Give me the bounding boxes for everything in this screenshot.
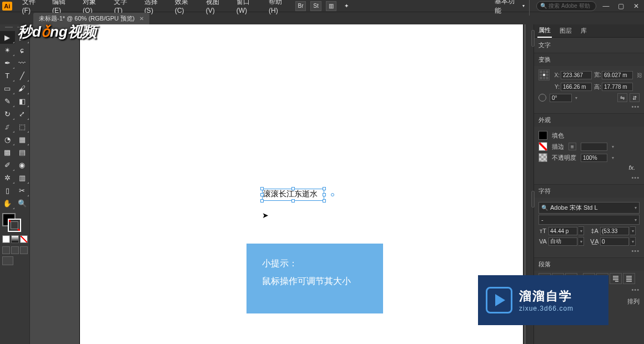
arrange-button[interactable]: ▥	[326, 1, 337, 11]
eraser-tool[interactable]: ◧	[15, 95, 30, 108]
paintbrush-tool[interactable]: 🖌	[15, 82, 30, 95]
artboard-tool[interactable]: ▯	[0, 184, 15, 197]
fx-button[interactable]: fx.	[539, 163, 640, 174]
dock-stub-1[interactable]	[531, 30, 535, 47]
link-wh-icon[interactable]: ⛓	[635, 72, 644, 78]
font-family-select[interactable]: 🔍 Adobe 宋体 Std L ▾	[539, 202, 640, 214]
tracking-dd[interactable]: ▾	[630, 237, 636, 246]
blend-tool[interactable]: ◉	[15, 159, 30, 171]
workspace-switcher[interactable]: 基本功能▾	[490, 0, 530, 16]
tab-close-icon[interactable]: ✕	[139, 16, 144, 22]
font-size-dd[interactable]: ▾	[578, 226, 584, 235]
handle-bottom-right[interactable]	[323, 199, 326, 203]
handle-text-port[interactable]	[331, 193, 334, 196]
leading-input[interactable]	[600, 227, 629, 235]
color-mode-none[interactable]	[20, 235, 28, 243]
stock-button[interactable]: St	[310, 1, 321, 11]
handle-bottom-mid[interactable]	[291, 199, 295, 203]
justify-right-button[interactable]	[610, 273, 622, 284]
justify-all-button[interactable]	[623, 273, 635, 284]
appearance-more-icon[interactable]: •••	[539, 174, 640, 181]
character-more-icon[interactable]: •••	[539, 247, 640, 254]
graph-tool[interactable]: ▥	[15, 171, 30, 184]
shaper-tool[interactable]: ✎	[0, 95, 15, 108]
shape-builder-tool[interactable]: ◔	[0, 133, 15, 146]
fill-stroke-swatch[interactable]	[2, 213, 28, 233]
leading-dd[interactable]: ▾	[630, 226, 636, 235]
slice-tool[interactable]: ✂	[15, 184, 30, 197]
menu-window[interactable]: 窗口(W)	[232, 0, 264, 14]
search-input[interactable]: 🔍 搜索 Adobe 帮助	[536, 1, 596, 11]
stroke-swatch[interactable]	[8, 219, 21, 232]
magic-wand-tool[interactable]: ✴	[0, 44, 15, 57]
handle-mid-right[interactable]	[323, 193, 326, 196]
selection-tool[interactable]: ▶	[0, 31, 15, 44]
type-tool[interactable]: T	[0, 69, 15, 82]
width-tool[interactable]: ⎎	[0, 120, 15, 133]
height-input[interactable]	[602, 83, 633, 91]
color-mode-gradient[interactable]	[11, 235, 19, 243]
tab-libraries[interactable]: 库	[580, 24, 588, 37]
tab-layers[interactable]: 图层	[559, 24, 573, 37]
kerning-dd[interactable]: ▾	[578, 237, 584, 246]
rectangle-tool[interactable]: ▭	[0, 82, 15, 95]
handle-top-right[interactable]	[323, 187, 326, 190]
menu-effect[interactable]: 效果(C)	[170, 0, 202, 14]
perspective-tool[interactable]: ▦	[15, 133, 30, 146]
transform-more-icon[interactable]: •••	[539, 103, 640, 110]
window-minimize[interactable]: —	[601, 2, 611, 11]
pen-tool[interactable]: ✒	[0, 57, 15, 69]
stroke-stepper[interactable]: ≡	[568, 143, 576, 150]
tab-properties[interactable]: 属性	[537, 24, 552, 38]
paragraph-more-icon[interactable]: •••	[627, 286, 644, 295]
fill-chip[interactable]	[539, 131, 547, 140]
menu-view[interactable]: 视图(V)	[202, 0, 232, 14]
chevron-down-icon: ▾	[635, 217, 637, 222]
hand-tool[interactable]: ✋	[0, 197, 15, 210]
gpu-icon[interactable]: ✦	[341, 1, 351, 11]
menu-help[interactable]: 帮助(H)	[264, 0, 295, 14]
stroke-chip[interactable]	[539, 142, 547, 151]
screen-mode-button[interactable]	[2, 256, 13, 265]
rotate-tool[interactable]: ↻	[0, 108, 15, 120]
eyedropper-tool[interactable]: ✐	[0, 159, 15, 171]
opacity-chip[interactable]	[539, 153, 547, 162]
window-maximize[interactable]: ▢	[616, 2, 626, 11]
canvas-area[interactable]: 滚滚长江东逝水 ➤ 小提示： 鼠标操作可调节其大小	[30, 24, 526, 344]
x-input[interactable]	[561, 71, 592, 79]
zoom-tool[interactable]: 🔍	[15, 197, 30, 210]
y-input[interactable]	[561, 83, 592, 91]
scale-tool[interactable]: ⤢	[15, 108, 30, 120]
line-tool[interactable]: ╱	[15, 69, 30, 82]
stroke-width-input[interactable]	[581, 143, 607, 151]
symbol-sprayer-tool[interactable]: ✲	[0, 171, 15, 184]
tracking-icon: V͟A	[590, 238, 599, 245]
character-section: 🔍 Adobe 宋体 Std L ▾ - ▾ тT▾ ‡A▾ VA▾ V͟A▾ …	[534, 198, 644, 258]
dock-stub-2[interactable]	[531, 191, 535, 208]
color-mode-swatches[interactable]	[2, 235, 29, 243]
flip-horizontal-button[interactable]: ⇋	[617, 93, 627, 102]
color-mode-solid[interactable]	[2, 235, 10, 243]
transform-header: 变换	[534, 53, 644, 66]
bridge-button[interactable]: Br	[295, 1, 306, 11]
width-input[interactable]	[602, 71, 633, 79]
selected-text-object[interactable]: 滚滚长江东逝水	[262, 189, 324, 201]
free-transform-tool[interactable]: ⬚	[15, 120, 30, 133]
curvature-tool[interactable]: 〰	[15, 57, 30, 69]
draw-mode-buttons[interactable]	[2, 246, 29, 254]
reference-point[interactable]	[539, 69, 550, 80]
handle-bottom-left[interactable]	[260, 199, 264, 203]
opacity-input[interactable]	[581, 154, 607, 162]
font-style-select[interactable]: - ▾	[539, 215, 640, 225]
gradient-tool[interactable]: ▤	[15, 146, 30, 159]
font-size-input[interactable]	[549, 227, 577, 235]
tip-body: 鼠标操作可调节其大小	[262, 272, 368, 290]
window-close[interactable]: ✕	[631, 2, 642, 11]
flip-vertical-button[interactable]: ⇵	[630, 93, 640, 102]
mesh-tool[interactable]: ▩	[0, 146, 15, 159]
tracking-input[interactable]	[600, 237, 629, 246]
rotate-input[interactable]	[550, 94, 572, 102]
lasso-tool[interactable]: ɕ	[15, 44, 30, 57]
fill-label: 填色	[552, 131, 564, 140]
kerning-input[interactable]	[549, 237, 577, 246]
